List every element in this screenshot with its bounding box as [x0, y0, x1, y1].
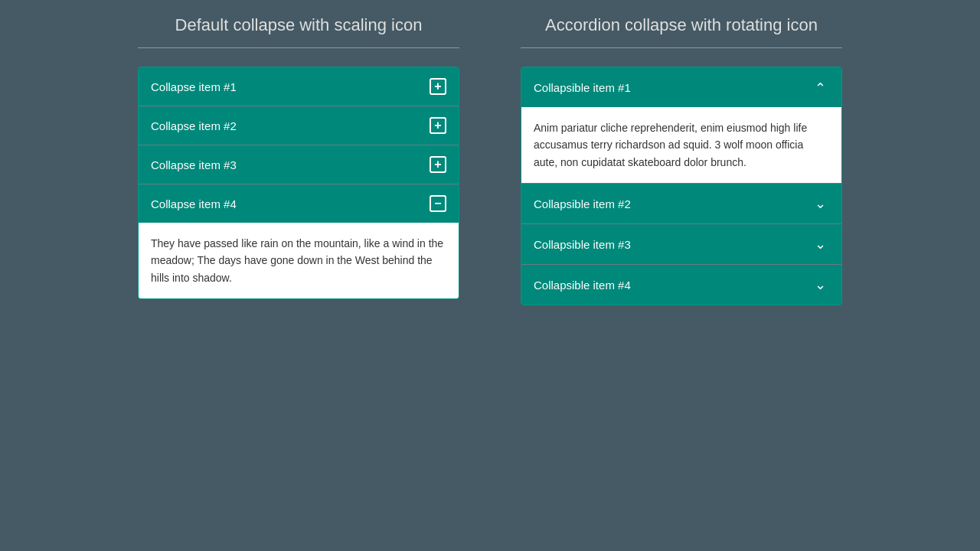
left-item-4: Collapse item #4 − They have passed like…: [139, 184, 459, 298]
minus-icon-4: −: [430, 195, 446, 212]
left-item-1: Collapse item #1 +: [139, 67, 459, 106]
right-label-3: Collapsible item #3: [534, 238, 631, 251]
right-header-3[interactable]: Collapsible item #3 ⌄: [521, 224, 841, 264]
right-collapse-container: Collapsible item #1 ⌄ Anim pariatur clic…: [521, 67, 842, 305]
plus-icon-1: +: [430, 78, 446, 95]
right-item-1: Collapsible item #1 ⌄ Anim pariatur clic…: [521, 67, 841, 184]
left-section: Default collapse with scaling icon Colla…: [138, 15, 459, 299]
right-header-4[interactable]: Collapsible item #4 ⌄: [521, 265, 841, 305]
right-body-1: Anim pariatur cliche reprehenderit, enim…: [521, 107, 841, 183]
right-label-1: Collapsible item #1: [534, 81, 631, 94]
right-header-2[interactable]: Collapsible item #2 ⌄: [521, 184, 841, 223]
left-collapse-container: Collapse item #1 + Collapse item #2 + Co…: [138, 67, 459, 299]
chevron-icon-1: ⌄: [811, 78, 829, 96]
left-header-3[interactable]: Collapse item #3 +: [139, 145, 459, 184]
right-divider: [521, 47, 842, 48]
left-section-title: Default collapse with scaling icon: [175, 15, 423, 35]
left-label-3: Collapse item #3: [151, 158, 237, 171]
right-header-1[interactable]: Collapsible item #1 ⌄: [521, 67, 841, 107]
left-item-2: Collapse item #2 +: [139, 106, 459, 145]
left-header-1[interactable]: Collapse item #1 +: [139, 67, 459, 106]
chevron-icon-4: ⌄: [811, 276, 829, 294]
left-header-4[interactable]: Collapse item #4 −: [139, 184, 459, 223]
right-section: Accordion collapse with rotating icon Co…: [521, 15, 842, 305]
right-section-title: Accordion collapse with rotating icon: [545, 15, 818, 35]
left-item-3: Collapse item #3 +: [139, 145, 459, 184]
plus-icon-3: +: [430, 156, 446, 173]
chevron-icon-2: ⌄: [811, 194, 829, 213]
left-label-1: Collapse item #1: [151, 80, 237, 93]
left-body-4: They have passed like rain on the mounta…: [139, 223, 459, 298]
right-item-2: Collapsible item #2 ⌄: [521, 184, 841, 224]
left-label-2: Collapse item #2: [151, 119, 237, 132]
right-item-4: Collapsible item #4 ⌄: [521, 265, 841, 305]
left-header-2[interactable]: Collapse item #2 +: [139, 106, 459, 145]
right-label-4: Collapsible item #4: [534, 279, 631, 292]
right-label-2: Collapsible item #2: [534, 197, 631, 210]
plus-icon-2: +: [430, 117, 446, 134]
chevron-icon-3: ⌄: [811, 235, 829, 253]
right-item-3: Collapsible item #3 ⌄: [521, 224, 841, 265]
left-label-4: Collapse item #4: [151, 197, 237, 210]
left-divider: [138, 47, 459, 48]
